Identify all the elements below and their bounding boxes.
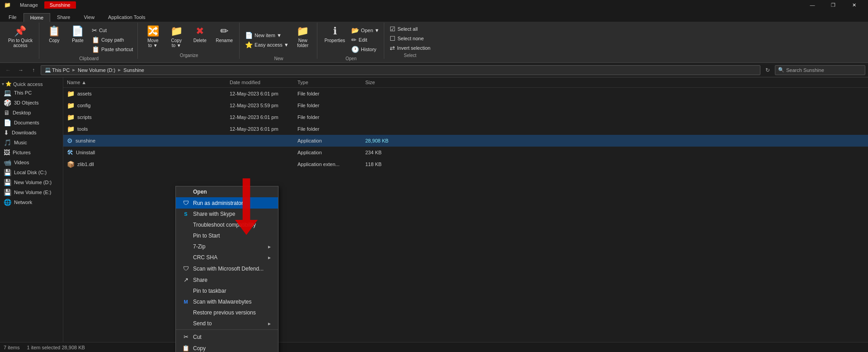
search-box[interactable]: 🔍 Search Sunshine bbox=[775, 65, 865, 75]
copy-button[interactable]: 📋 Copy bbox=[43, 24, 66, 45]
table-row[interactable]: 📁 tools 12-May-2023 6:01 pm File folder bbox=[63, 123, 868, 135]
sidebar-item-local-c[interactable]: 💾 Local Disk (C:) bbox=[0, 167, 63, 177]
table-row[interactable]: 🛠 Uninstall Application 234 KB bbox=[63, 147, 868, 158]
file-area: Name ▲ Date modified Type Size 📁 assets … bbox=[63, 77, 868, 352]
tab-view[interactable]: View bbox=[77, 13, 101, 22]
ctx-open-label: Open bbox=[193, 189, 207, 195]
ctx-send-to-label: Send to bbox=[193, 320, 212, 327]
ctx-scan-malware[interactable]: M Scan with Malwarebytes bbox=[176, 296, 278, 307]
minimize-button[interactable]: — bbox=[802, 0, 823, 10]
file-name-zlib: 📦 zlib1.dll bbox=[63, 159, 226, 169]
file-date-assets: 12-May-2023 6:01 pm bbox=[226, 90, 294, 98]
edit-button[interactable]: ✏ Edit bbox=[349, 35, 381, 44]
ctx-7zip[interactable]: 7-Zip ► bbox=[176, 241, 278, 252]
breadcrumb-sunshine[interactable]: Sunshine bbox=[123, 67, 145, 73]
properties-button[interactable]: ℹ Properties bbox=[321, 24, 349, 45]
col-header-date[interactable]: Date modified bbox=[226, 78, 294, 86]
folder-icon-config: 📁 bbox=[67, 102, 75, 109]
ctx-malware-label: Scan with Malwarebytes bbox=[193, 299, 251, 305]
ctx-share[interactable]: ↗ Share bbox=[176, 274, 278, 285]
select-all-button[interactable]: ☑ Select all bbox=[388, 24, 432, 33]
ribbon-group-pin: 📌 Pin to Quickaccess bbox=[2, 23, 39, 59]
new-folder-button[interactable]: 📁 Newfolder bbox=[292, 24, 314, 50]
easy-access-button[interactable]: ⭐ Easy access ▼ bbox=[243, 40, 291, 49]
close-button[interactable]: ✕ bbox=[844, 0, 864, 10]
history-button[interactable]: 🕐 History bbox=[349, 45, 381, 54]
copy-path-label: Copy path bbox=[101, 37, 124, 43]
ctx-restore-prev[interactable]: Restore previous versions bbox=[176, 307, 278, 318]
sidebar-item-pictures[interactable]: 🖼 Pictures bbox=[0, 147, 63, 157]
breadcrumb-this-pc[interactable]: 💻 This PC bbox=[44, 67, 71, 73]
refresh-button[interactable]: ↻ bbox=[762, 65, 773, 76]
file-label-sunshine: sunshine bbox=[75, 138, 95, 143]
rename-button[interactable]: ✏ Rename bbox=[212, 24, 236, 45]
move-to-button[interactable]: 🔀 Moveto ▼ bbox=[142, 24, 164, 50]
paste-shortcut-label: Paste shortcut bbox=[101, 47, 133, 52]
tab-share[interactable]: Share bbox=[50, 13, 77, 22]
cut-button[interactable]: ✂ Cut bbox=[90, 26, 135, 35]
history-icon: 🕐 bbox=[351, 46, 359, 53]
breadcrumb-bar[interactable]: 💻 This PC ► New Volume (D:) ► Sunshine bbox=[41, 65, 760, 75]
table-row[interactable]: 📁 scripts 12-May-2023 6:01 pm File folde… bbox=[63, 111, 868, 123]
invert-selection-button[interactable]: ⇄ Invert selection bbox=[388, 43, 432, 52]
ctx-pin-taskbar[interactable]: Pin to taskbar bbox=[176, 285, 278, 296]
ctx-defender-icon: 🛡 bbox=[182, 265, 189, 272]
tab-manage[interactable]: Manage bbox=[14, 1, 43, 9]
ctx-run-as-admin[interactable]: 🛡 Run as administrator bbox=[176, 197, 278, 209]
table-row[interactable]: 📦 zlib1.dll Application exten... 118 KB bbox=[63, 158, 868, 170]
ctx-crc-sha[interactable]: CRC SHA ► bbox=[176, 252, 278, 263]
sidebar-item-volume-d[interactable]: 💾 New Volume (D:) bbox=[0, 177, 63, 187]
sidebar-item-videos[interactable]: 📹 Videos bbox=[0, 157, 63, 167]
open-label: Open ▼ bbox=[361, 28, 379, 33]
file-size-sunshine: 28,908 KB bbox=[362, 137, 407, 145]
history-label: History bbox=[361, 47, 376, 52]
sidebar-item-music[interactable]: 🎵 Music bbox=[0, 138, 63, 147]
col-header-name[interactable]: Name ▲ bbox=[63, 78, 226, 86]
col-header-size[interactable]: Size bbox=[362, 78, 407, 86]
ctx-copy[interactable]: 📋 Copy bbox=[176, 342, 278, 352]
copy-path-button[interactable]: 📋 Copy path bbox=[90, 35, 135, 44]
title-bar: 📁 Manage Sunshine — ❐ ✕ bbox=[0, 0, 868, 10]
col-header-type[interactable]: Type bbox=[294, 78, 362, 86]
ctx-share-skype[interactable]: S Share with Skype bbox=[176, 209, 278, 219]
sidebar-item-this-pc[interactable]: 💻 This PC bbox=[0, 88, 63, 98]
sidebar-item-network[interactable]: 🌐 Network bbox=[0, 197, 63, 207]
restore-button[interactable]: ❐ bbox=[823, 0, 844, 10]
tab-application-tools[interactable]: Application Tools bbox=[101, 13, 152, 22]
ctx-scan-defender[interactable]: 🛡 Scan with Microsoft Defend... bbox=[176, 263, 278, 274]
ctx-pin-start[interactable]: Pin to Start bbox=[176, 230, 278, 241]
table-row[interactable]: ⚙ sunshine Application 28,908 KB bbox=[63, 135, 868, 147]
table-row[interactable]: 📁 config 12-May-2023 5:59 pm File folder bbox=[63, 100, 868, 111]
sidebar-item-3d-objects[interactable]: 🎲 3D Objects bbox=[0, 98, 63, 108]
pin-quick-access-button[interactable]: 📌 Pin to Quickaccess bbox=[5, 24, 36, 50]
select-none-button[interactable]: ☐ Select none bbox=[388, 34, 432, 43]
table-row[interactable]: 📁 assets 12-May-2023 6:01 pm File folder bbox=[63, 88, 868, 100]
forward-button[interactable]: → bbox=[15, 65, 26, 76]
sidebar-item-documents[interactable]: 📄 Documents bbox=[0, 118, 63, 128]
ctx-cut[interactable]: ✂ Cut bbox=[176, 331, 278, 342]
copy-to-button[interactable]: 📁 Copyto ▼ bbox=[165, 24, 188, 50]
open-button[interactable]: 📂 Open ▼ bbox=[349, 26, 381, 35]
ribbon-tab-bar: File Home Share View Application Tools bbox=[0, 10, 868, 22]
ctx-send-to[interactable]: Send to ► bbox=[176, 318, 278, 330]
ctx-troubleshoot[interactable]: Troubleshoot compatibility bbox=[176, 219, 278, 230]
breadcrumb-volume-d[interactable]: New Volume (D:) bbox=[77, 67, 116, 73]
sidebar-item-desktop[interactable]: 🖥 Desktop bbox=[0, 108, 63, 118]
new-item-button[interactable]: 📄 New item ▼ bbox=[243, 31, 291, 40]
paste-button[interactable]: 📄 Paste bbox=[66, 24, 89, 45]
ribbon-group-organize: 🔀 Moveto ▼ 📁 Copyto ▼ ✖ Delete ✏ Rename … bbox=[139, 23, 240, 59]
sidebar-item-volume-e[interactable]: 💾 New Volume (E:) bbox=[0, 187, 63, 197]
up-button[interactable]: ↑ bbox=[28, 65, 39, 76]
tab-sunshine[interactable]: Sunshine bbox=[44, 1, 76, 9]
ctx-open[interactable]: Open bbox=[176, 186, 278, 197]
delete-button[interactable]: ✖ Delete bbox=[189, 24, 211, 45]
back-button[interactable]: ← bbox=[3, 65, 14, 76]
ctx-pin-start-label: Pin to Start bbox=[193, 233, 220, 239]
sidebar-quick-access[interactable]: ▾ ⭐ Quick access bbox=[0, 79, 63, 88]
file-date-scripts: 12-May-2023 6:01 pm bbox=[226, 113, 294, 121]
tab-file[interactable]: File bbox=[2, 13, 24, 22]
sidebar-item-downloads[interactable]: ⬇ Downloads bbox=[0, 128, 63, 138]
paste-label: Paste bbox=[72, 38, 84, 43]
paste-shortcut-button[interactable]: 📋 Paste shortcut bbox=[90, 45, 135, 54]
tab-home[interactable]: Home bbox=[24, 13, 50, 22]
